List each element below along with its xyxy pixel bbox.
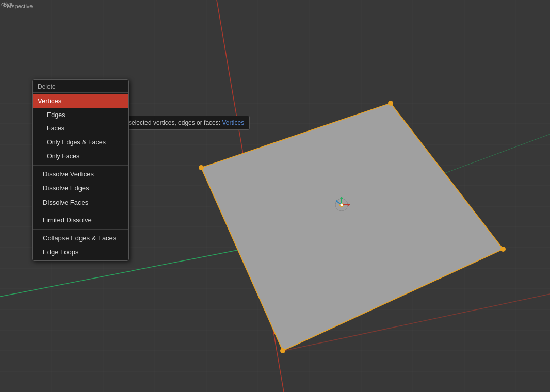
menu-item-edges[interactable]: Edges (33, 108, 128, 122)
menu-item-edge-loops[interactable]: Edge Loops (33, 245, 128, 259)
svg-point-32 (500, 247, 506, 252)
menu-item-faces[interactable]: Faces (33, 122, 128, 136)
separator-3 (33, 229, 128, 230)
separator-2 (33, 211, 128, 211)
menu-item-vertices[interactable]: Vertices (33, 94, 128, 108)
separator-1 (33, 165, 128, 166)
svg-point-42 (341, 204, 343, 206)
menu-item-dissolve-faces[interactable]: Dissolve Faces (33, 195, 128, 210)
svg-point-30 (199, 165, 204, 170)
menu-item-collapse-edges-faces[interactable]: Collapse Edges & Faces (33, 231, 128, 246)
svg-point-31 (388, 101, 393, 106)
svg-point-33 (280, 348, 285, 353)
app-label: ctive (1, 1, 13, 7)
menu-item-dissolve-edges[interactable]: Dissolve Edges (33, 181, 128, 195)
menu-item-only-faces[interactable]: Only Faces (33, 150, 128, 164)
context-menu: Delete Vertices Edges Faces Only Edges &… (32, 79, 129, 261)
menu-item-only-edges-faces[interactable]: Only Edges & Faces (33, 136, 128, 150)
delete-menu: Delete Vertices Edges Faces Only Edges &… (32, 79, 129, 261)
menu-item-dissolve-vertices[interactable]: Dissolve Vertices (33, 167, 128, 182)
menu-item-limited-dissolve[interactable]: Limited Dissolve (33, 213, 128, 227)
menu-header: Delete (33, 81, 128, 93)
